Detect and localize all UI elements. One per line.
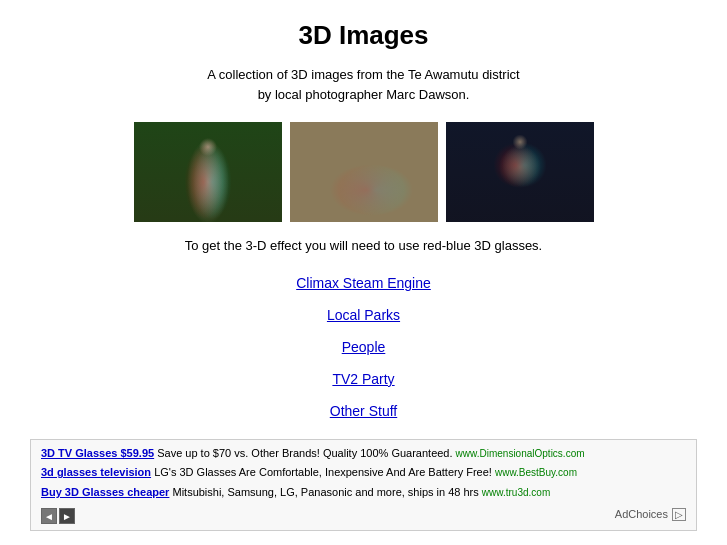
ad-domain-1: www.DimensionalOptics.com [456,448,585,459]
instruction-text: To get the 3-D effect you will need to u… [30,238,697,253]
ad-row-1: 3D TV Glasses $59.95 Save up to $70 vs. … [41,446,686,461]
images-row [30,122,697,222]
subtitle: A collection of 3D images from the Te Aw… [30,65,697,104]
ad-link-1[interactable]: 3D TV Glasses $59.95 [41,447,154,459]
ad-choices: AdChoices ▷ [615,508,686,521]
ad-body-2: LG's 3D Glasses Are Comfortable, Inexpen… [154,466,492,478]
ad-domain-3: www.tru3d.com [482,487,550,498]
ad-prev-button[interactable]: ◄ [41,508,57,524]
ad-domain-2: www.BestBuy.com [495,467,577,478]
link-tv2-party[interactable]: TV2 Party [30,371,697,387]
ad-next-button[interactable]: ► [59,508,75,524]
ad-choices-icon: ▷ [672,508,686,521]
ad-body-3: Mitsubishi, Samsung, LG, Panasonic and m… [172,486,478,498]
ad-row-3: Buy 3D Glasses cheaper Mitsubishi, Samsu… [41,485,686,500]
link-people[interactable]: People [30,339,697,355]
link-climax-steam-engine[interactable]: Climax Steam Engine [30,275,697,291]
page-title: 3D Images [30,20,697,51]
ad-navigation: ◄ ► [41,508,75,524]
photo-1 [134,122,282,222]
ad-link-2[interactable]: 3d glasses television [41,466,151,478]
ad-row-2: 3d glasses television LG's 3D Glasses Ar… [41,465,686,480]
ad-body-1: Save up to $70 vs. Other Brands! Quality… [157,447,452,459]
link-other-stuff[interactable]: Other Stuff [30,403,697,419]
link-local-parks[interactable]: Local Parks [30,307,697,323]
ad-link-3[interactable]: Buy 3D Glasses cheaper [41,486,169,498]
photo-3 [446,122,594,222]
photo-2 [290,122,438,222]
ad-section: 3D TV Glasses $59.95 Save up to $70 vs. … [30,439,697,531]
navigation-links: Climax Steam Engine Local Parks People T… [30,275,697,419]
